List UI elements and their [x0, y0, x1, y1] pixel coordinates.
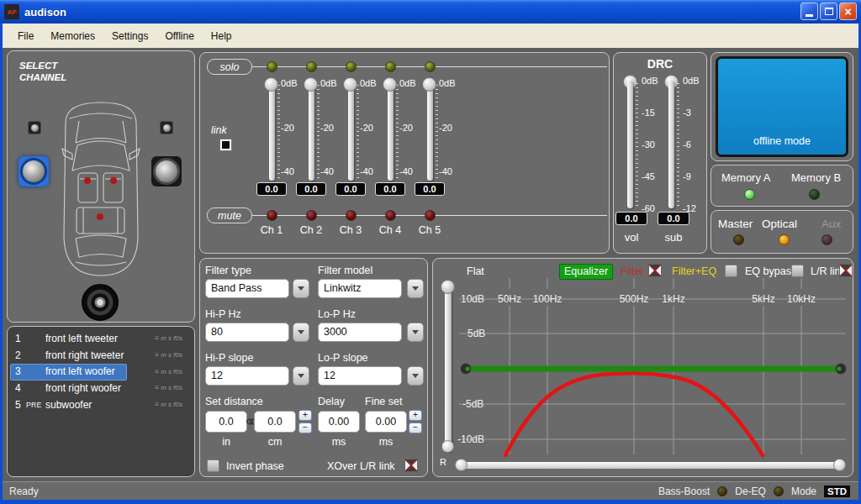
distance-in-field[interactable]: 0.0	[205, 411, 247, 433]
hip-hz-dropdown-arrow-icon[interactable]	[293, 323, 309, 342]
level-slider-track-ch1[interactable]	[269, 83, 275, 181]
level-ticks-ch3	[357, 85, 359, 179]
level-slider-track-ch4[interactable]	[388, 83, 394, 181]
filter-curve-checkbox[interactable]	[648, 264, 662, 277]
memory-a-led	[744, 189, 755, 200]
level-slider-track-ch2[interactable]	[309, 83, 314, 181]
delay-field[interactable]: 0.00	[318, 411, 360, 433]
filter-model-label: Filter model	[318, 265, 372, 276]
equalizer-button[interactable]: Equalizer	[559, 264, 613, 280]
level-value-ch4: 0.0	[375, 182, 405, 196]
menu-file[interactable]: File	[9, 28, 42, 45]
lop-hz-dropdown-arrow-icon[interactable]	[407, 323, 424, 342]
drc-vol-track[interactable]	[627, 81, 633, 208]
distance-minus-button[interactable]: −	[298, 423, 312, 433]
eq-gain-slider-knob[interactable]	[441, 280, 455, 294]
fine-set-plus-button[interactable]: +	[409, 410, 422, 421]
drc-sub-label: sub	[656, 231, 691, 244]
solo-led-ch5	[425, 61, 436, 72]
offline-mode-text: offline mode	[718, 135, 846, 147]
eq-frequency-right-knob[interactable]	[833, 459, 846, 471]
x-tick-500hz: 500Hz	[615, 293, 652, 305]
fine-set-minus-button[interactable]: −	[409, 423, 422, 433]
eq-bypass-checkbox[interactable]	[791, 265, 804, 277]
mute-led-ch5	[425, 210, 436, 221]
delay-ms-unit-label: ms	[318, 436, 360, 448]
solo-button[interactable]: solo	[207, 59, 252, 75]
memory-b-label[interactable]: Memory B	[791, 171, 841, 184]
speaker-subwoofer[interactable]	[82, 284, 119, 321]
eq-gain-slider-end-knob[interactable]	[441, 440, 454, 453]
lop-slope-dropdown-arrow-icon[interactable]	[407, 366, 424, 386]
filter-model-dropdown-arrow-icon[interactable]	[407, 279, 424, 298]
link-checkbox[interactable]	[219, 139, 232, 151]
level-slider-knob-ch5[interactable]	[422, 77, 436, 92]
channel-row-3-selected[interactable]: 3 front left woofer ≡ m s f0s	[8, 363, 194, 380]
source-aux-led	[821, 234, 832, 245]
channel-3-strip: 0dB -20 -40 0.0 Ch 3	[334, 53, 367, 255]
channel-row-4[interactable]: 4 front right woofer ≡ m s f0s	[8, 380, 194, 396]
source-master-label[interactable]: Master	[718, 218, 753, 230]
channel-row-2[interactable]: 2 front right tweeter ≡ m s f0s	[8, 347, 194, 364]
filter-type-select[interactable]: Band Pass	[205, 279, 289, 298]
hip-hz-select[interactable]: 80	[205, 323, 289, 342]
speaker-front-left-tweeter[interactable]	[28, 121, 41, 134]
hip-slope-select[interactable]: 12	[205, 366, 289, 386]
source-optical-label[interactable]: Optical	[762, 218, 797, 230]
menu-settings[interactable]: Settings	[103, 28, 156, 45]
eq-frequency-left-knob[interactable]	[455, 459, 467, 471]
level-slider-track-ch3[interactable]	[348, 83, 354, 181]
eq-frequency-slider-track[interactable]	[458, 462, 843, 469]
mute-led-ch2	[306, 210, 317, 221]
distance-plus-button[interactable]: +	[298, 410, 312, 421]
equalizer-curve-right-handle	[836, 364, 847, 375]
menu-help[interactable]: Help	[203, 28, 240, 45]
filter-eq-checkbox[interactable]	[725, 265, 737, 277]
mute-button[interactable]: mute	[207, 207, 252, 223]
memory-a-label[interactable]: Memory A	[721, 171, 771, 184]
xover-lr-link-checkbox[interactable]	[404, 459, 418, 472]
level-slider-knob-ch3[interactable]	[343, 77, 357, 92]
menu-offline[interactable]: Offline	[156, 28, 202, 45]
speaker-front-right-tweeter[interactable]	[160, 121, 173, 134]
speaker-front-left-woofer[interactable]	[18, 156, 49, 186]
eq-panel: Flat Equalizer Filter Filter+EQ EQ bypas…	[432, 258, 853, 477]
filter-model-select[interactable]: Linkwitz	[318, 279, 402, 298]
channel-list-panel: 1 front left tweeter ≡ m s f0s 2 front r…	[7, 326, 195, 477]
lop-hz-label: Lo-P Hz	[318, 308, 356, 320]
app-icon: AP	[4, 4, 19, 19]
eq-gain-slider-track[interactable]	[445, 284, 452, 452]
menu-memories[interactable]: Memories	[42, 28, 103, 45]
level-slider-knob-ch2[interactable]	[304, 77, 318, 92]
maximize-button[interactable]	[820, 3, 837, 20]
level-slider-knob-ch4[interactable]	[383, 77, 397, 92]
close-button[interactable]: ×	[839, 3, 857, 20]
channel-row-1[interactable]: 1 front left tweeter ≡ m s f0s	[8, 330, 194, 347]
eq-preset-label: Flat	[467, 265, 484, 277]
channel-row-5[interactable]: 5 PRE subwoofer ≡ m s f0s	[8, 396, 194, 413]
source-aux-label[interactable]: Aux	[821, 218, 841, 230]
distance-cm-field[interactable]: 0.0	[254, 411, 296, 433]
fine-set-field[interactable]: 0.00	[365, 411, 407, 433]
level-slider-track-ch5[interactable]	[427, 83, 433, 181]
lop-hz-select[interactable]: 3000	[318, 323, 402, 342]
level-slider-knob-ch1[interactable]	[264, 77, 278, 92]
minimize-button[interactable]	[800, 3, 818, 20]
select-channel-title: SELECT CHANNEL	[19, 60, 66, 83]
frame-left	[0, 24, 3, 500]
maximize-icon	[825, 8, 833, 15]
speaker-front-right-woofer[interactable]	[151, 156, 182, 186]
drc-sub-value: 0.0	[658, 212, 689, 225]
display-screen: offline mode	[716, 56, 848, 157]
invert-phase-checkbox[interactable]	[207, 459, 219, 472]
close-icon: ×	[844, 6, 851, 18]
x-tick-1khz: 1kHz	[655, 293, 692, 305]
solo-led-ch4	[385, 61, 396, 72]
drc-vol-ticks	[636, 83, 638, 206]
eq-lr-link-checkbox[interactable]	[839, 264, 853, 277]
delay-label: Delay	[318, 396, 345, 407]
lop-slope-select[interactable]: 12	[318, 366, 402, 386]
filter-type-dropdown-arrow-icon[interactable]	[293, 279, 309, 298]
drc-sub-track[interactable]	[668, 81, 674, 208]
hip-slope-dropdown-arrow-icon[interactable]	[293, 366, 309, 386]
